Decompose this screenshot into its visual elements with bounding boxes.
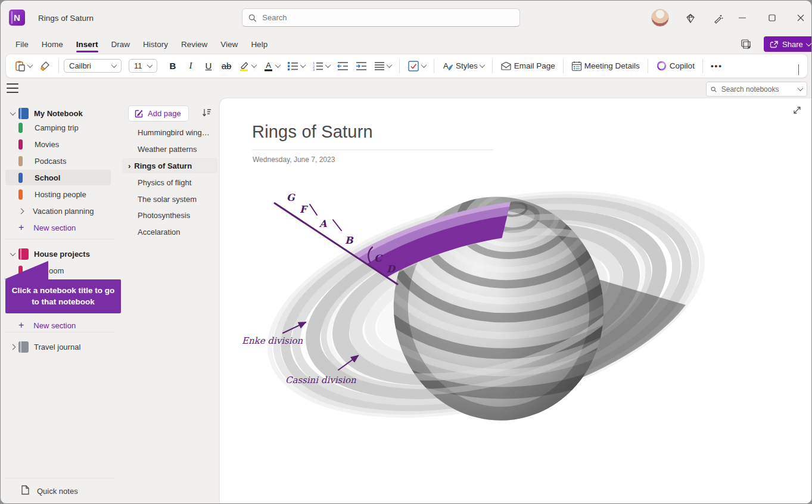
chevron-down-icon [300,62,306,68]
section-school[interactable]: School [1,170,120,185]
menu-help[interactable]: Help [244,38,274,51]
styles-button[interactable]: A Styles [439,58,487,74]
expand-icon [792,105,802,115]
share-label: Share [782,40,803,49]
chevron-down-icon [798,64,799,75]
sticky-notes-button[interactable] [738,37,754,51]
sort-pages-button[interactable] [201,108,211,120]
page-title-text[interactable]: Rings of Saturn [252,122,373,142]
plus-icon: + [18,223,24,232]
avatar[interactable] [651,9,669,27]
paste-button[interactable] [12,58,35,74]
svg-text:A: A [266,61,271,70]
notebook-tooltip: Click a notebook title to go to that not… [5,279,121,313]
page-item[interactable]: Hummingbird wing… [122,125,217,140]
chevron-down-icon [111,62,117,68]
saturn-illustration[interactable]: G F A B C D Enke division Cassini divisi… [238,173,720,441]
collapse-ribbon-button[interactable] [798,64,799,75]
menu-insert[interactable]: Insert [70,38,105,51]
quick-notes-button[interactable]: Quick notes [1,483,120,499]
page-date: Wednesday, June 7, 2023 [253,155,335,164]
maximize-button[interactable] [762,9,782,27]
section-group-vacation-planning[interactable]: Vacation planning [1,203,120,219]
search-notebooks-box[interactable] [706,82,807,97]
chevron-down-icon [798,85,804,91]
page-item[interactable]: Accelaration [122,224,217,239]
section-tab-icon [18,173,23,183]
section-hosting-people[interactable]: Hosting people [1,186,120,202]
new-section-button[interactable]: + New section [1,220,120,235]
increase-indent-button[interactable] [353,59,370,73]
notebook-my-notebook[interactable]: My Notebook [1,105,120,121]
menu-history[interactable]: History [136,38,175,51]
calendar-icon [571,61,582,71]
nav-toggle-button[interactable] [7,83,18,93]
page-item[interactable]: The solar system [122,191,217,207]
plus-icon: + [18,321,24,330]
font-color-icon: A [263,61,273,71]
menu-home[interactable]: Home [35,38,70,51]
more-options-button[interactable]: ••• [708,59,726,73]
page-canvas[interactable]: Rings of Saturn Wednesday, June 7, 2023 [220,98,812,504]
font-size-value: 11 [134,61,142,70]
search-notebooks-input[interactable] [720,85,795,94]
page-item-active[interactable]: › Rings of Saturn [122,158,217,173]
add-page-label: Add page [148,109,181,118]
minimize-button[interactable] [732,9,752,27]
menu-review[interactable]: Review [175,38,214,51]
todo-tag-button[interactable] [405,58,429,74]
bold-button[interactable]: B [164,58,181,73]
global-search-box[interactable] [242,8,520,27]
page-item[interactable]: Weather patterns [122,141,217,157]
font-name-select[interactable]: Cailbri [64,59,122,73]
chevron-right-icon: › [128,161,130,170]
notebook-house-projects[interactable]: House projects [1,246,120,262]
title-bar: N Rings of Saturn [1,1,811,35]
notebook-icon [18,248,29,260]
section-podcasts[interactable]: Podcasts [1,153,120,169]
menu-file[interactable]: File [9,38,35,51]
global-search-input[interactable] [261,13,514,23]
share-button[interactable]: Share [764,36,812,52]
onenote-app-icon[interactable]: N [9,10,25,26]
numbering-button[interactable]: 123 [309,59,333,73]
highlighter-button[interactable] [236,58,259,74]
email-page-label: Email Page [514,61,555,70]
add-page-button[interactable]: Add page [128,105,189,122]
diamond-icon[interactable] [683,11,698,26]
styles-icon: A [442,61,453,71]
page-item[interactable]: Photosynthesis [122,207,217,223]
chevron-down-icon [10,250,15,256]
meeting-details-button[interactable]: Meeting Details [568,58,643,74]
font-size-select[interactable]: 11 [129,59,157,73]
font-color-button[interactable]: A [260,58,283,74]
menu-view[interactable]: View [214,38,244,51]
italic-button[interactable]: I [182,58,199,73]
copilot-button[interactable]: Copilot [653,58,698,74]
menu-bar: File Home Insert Draw History Review Vie… [1,35,811,53]
whats-new-wand-icon[interactable] [711,11,725,26]
notebooks-sidebar: My Notebook Camping trip Movies Podcasts… [1,98,120,504]
section-camping-trip[interactable]: Camping trip [1,120,120,135]
numbering-icon: 123 [312,61,323,71]
copilot-icon [656,60,667,71]
chevron-down-icon [421,62,427,68]
chevron-right-icon [18,208,24,214]
strikethrough-button[interactable]: ab [218,58,235,73]
format-painter-button[interactable] [36,58,54,74]
decrease-indent-button[interactable] [334,59,351,73]
menu-draw[interactable]: Draw [105,38,137,51]
page-item[interactable]: Physics of flight [122,175,217,190]
section-movies[interactable]: Movies [1,136,120,152]
svg-text:3: 3 [313,68,315,71]
svg-text:D: D [387,263,396,275]
new-section-button-2[interactable]: + New section [1,318,120,333]
close-button[interactable] [791,9,811,27]
workspace: My Notebook Camping trip Movies Podcasts… [1,98,811,504]
bullets-button[interactable] [284,59,308,73]
align-button[interactable] [371,59,394,73]
underline-button[interactable]: U [200,58,217,73]
email-page-button[interactable]: Email Page [497,59,558,73]
notebook-travel-journal[interactable]: Travel journal [1,339,120,354]
expand-page-button[interactable] [792,105,802,117]
